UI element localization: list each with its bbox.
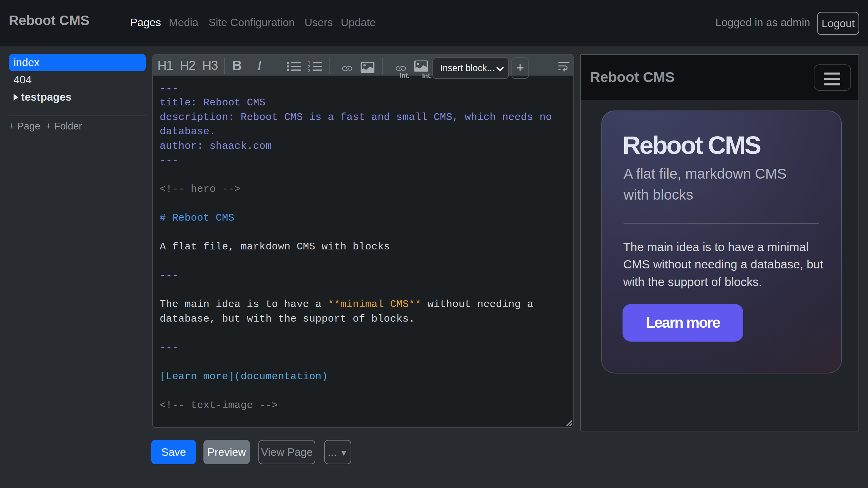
svg-text:3: 3 — [308, 68, 310, 73]
